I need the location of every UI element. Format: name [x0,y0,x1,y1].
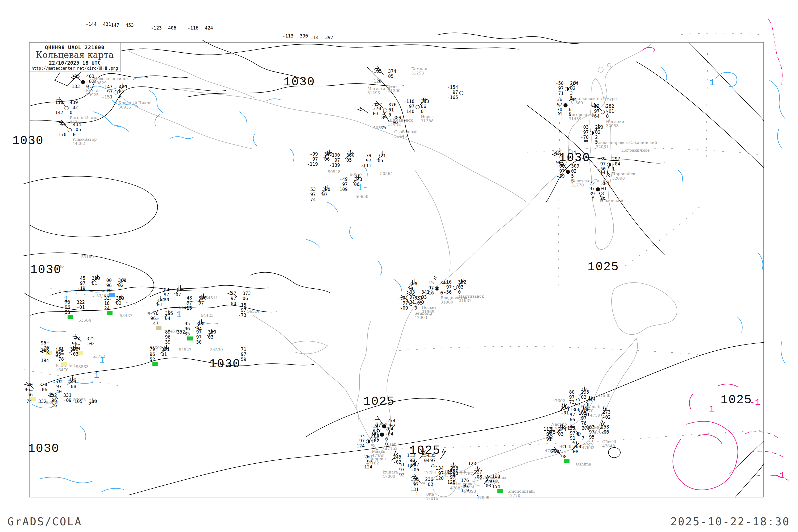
station-temperature: -113 [283,34,293,38]
grads-credit: GrADS/COLA [7,515,82,528]
station-temperature: 74 [26,399,32,404]
station-pressure: 390 [300,34,308,38]
weather-map-page: Новоселенгинск30829Кяхта30925Красный Чик… [0,0,798,532]
wind-barb [146,303,178,335]
station-temperature: 15 [241,303,246,307]
wind-barb [374,107,406,139]
wind-barb [335,169,367,201]
station-dewpoint: 53 [65,310,70,315]
weather-symbol: ⋈ [557,111,562,116]
bulletin-header: QHHH98 UAOL 221800 [30,44,120,50]
station-temperature: 70 [65,300,70,305]
station-pressure: 352 [177,329,185,334]
station-dewpoint: 124 [364,464,373,469]
station-temperature: -147 [108,23,119,28]
wind-barb [546,441,578,473]
station-dewpoint: -73 [238,313,246,318]
station-temperature: -144 [86,22,97,26]
station-temperature: -36 [554,97,562,102]
station-humidity: 97 [241,308,246,312]
render-timestamp: 2025-10-22-18:30 [670,515,790,528]
cloud-cover-symbol: ● [563,102,568,108]
station-temperature: 160 [492,474,500,479]
station-humidity: 97.. [489,479,500,484]
station-temperature: 123 [468,461,476,466]
station-dewpoint: 125 [447,480,455,484]
station-pressure: 322 [77,300,85,305]
wind-barb [576,117,608,149]
station-extra-value: 6 [569,107,571,112]
station-pressure: 424 [205,25,213,30]
title-box: QHHH98 UAOL 221800 Кольцевая карта 22/10… [29,42,120,72]
station-temperature: 201 [364,454,373,459]
station-temperature: -154 [447,85,458,90]
wind-barb [390,273,422,305]
station-pressure: 397 [325,35,333,40]
station-dewpoint: -59 [238,357,246,362]
precip-marker [497,489,503,493]
map-title: Кольцевая карта [30,50,120,60]
wind-barb [54,114,86,146]
station-temperature: -123 [151,25,162,30]
station-pressure: 332 [38,399,46,404]
station-temperature: 89 [165,329,171,334]
stations-layer: -9997-11938906-10097-13938005-7997-11137… [0,0,798,532]
station-temperature: 71 [241,347,246,352]
station-pressure: 406 [168,25,176,30]
wind-barb [100,76,132,108]
station-humidity: 97 [241,352,246,357]
wind-barb [369,61,401,93]
wind-barb [303,179,335,211]
station-humidity: 97 [450,475,455,480]
wind-barb [142,339,174,371]
wind-barb [189,322,221,354]
station-temperature: -114 [308,35,319,40]
station-pressure: 453 [126,23,134,28]
wind-barb [70,391,101,423]
source-url: http://meteocenter.net/circ/UHHH.png [30,66,120,71]
wind-barb [51,339,83,370]
station-extra-value: 5 [569,112,571,117]
wind-barb [552,156,584,188]
station-dewpoint: 154 [492,484,500,489]
station-humidity: 97 [367,459,373,464]
map-datetime: 22/10/2025 18 UTC [30,60,120,66]
station-humidity: 97 [453,90,458,95]
station-dewpoint: -165 [447,95,458,100]
wind-barb [582,173,614,205]
station-temperature: -116 [188,25,198,30]
wind-barb [439,271,471,304]
cloud-cover-symbol: ○ [459,90,463,95]
precip-marker [68,315,73,319]
station-humidity: 96 [65,305,70,310]
wind-barb [582,417,614,449]
wind-barb [97,288,129,320]
station-humidity: 97 [557,102,562,107]
wind-barb [224,283,255,315]
station-temperature: 152 [447,470,455,475]
wind-barb [406,469,438,501]
wind-barb [402,91,434,123]
station-pressure: 294 [569,97,577,102]
station-pressure-change: -01 [77,305,85,310]
